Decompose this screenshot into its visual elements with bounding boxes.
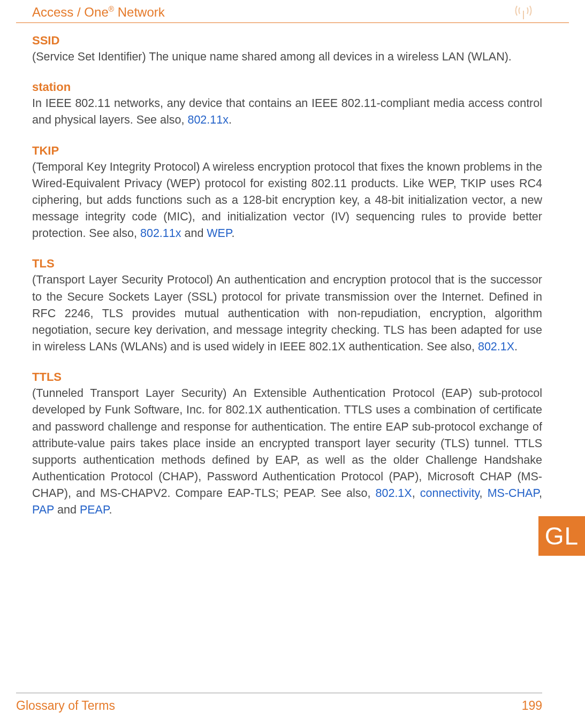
text: and: [181, 227, 207, 240]
text: .: [232, 227, 235, 240]
desc-tkip: (Temporal Key Integrity Protocol) A wire…: [32, 159, 542, 242]
text: In IEEE 802.11 networks, any device that…: [32, 97, 542, 126]
section-tab: GL: [538, 516, 585, 556]
link-peap[interactable]: PEAP: [80, 503, 109, 516]
desc-ssid: (Service Set Identifier) The unique name…: [32, 49, 542, 65]
desc-ttls: (Tunneled Transport Layer Security) An E…: [32, 385, 542, 518]
link-80211x[interactable]: 802.11x: [140, 227, 181, 240]
header-title: Access / One® Network: [32, 5, 165, 20]
page-footer: Glossary of Terms 199: [16, 693, 542, 713]
antenna-icon: [510, 4, 537, 20]
text: (Transport Layer Security Protocol) An a…: [32, 273, 542, 353]
term-ttls: TTLS: [32, 370, 542, 384]
term-ssid: SSID: [32, 34, 542, 48]
link-wep[interactable]: WEP: [207, 227, 231, 240]
text: and: [54, 503, 80, 516]
link-pap[interactable]: PAP: [32, 503, 54, 516]
text: (Tunneled Transport Layer Security) An E…: [32, 387, 542, 500]
content-area: SSID (Service Set Identifier) The unique…: [0, 23, 585, 519]
link-8021x[interactable]: 802.1X: [478, 340, 514, 353]
link-80211x[interactable]: 802.11x: [187, 113, 229, 126]
term-tkip: TKIP: [32, 144, 542, 158]
link-mschap[interactable]: MS-CHAP: [488, 487, 539, 500]
header-title-post: Network: [114, 5, 165, 19]
link-connectivity[interactable]: connectivity: [420, 487, 480, 500]
text: ,: [539, 487, 542, 500]
desc-station: In IEEE 802.11 networks, any device that…: [32, 95, 542, 128]
text: ,: [480, 487, 488, 500]
text: .: [514, 340, 518, 353]
term-station: station: [32, 80, 542, 94]
page-header: Access / One® Network: [16, 0, 569, 23]
header-title-pre: Access / One: [32, 5, 109, 19]
page-number: 199: [522, 699, 542, 713]
term-tls: TLS: [32, 257, 542, 271]
registered-symbol: ®: [109, 5, 114, 13]
text: (Temporal Key Integrity Protocol) A wire…: [32, 160, 542, 240]
desc-tls: (Transport Layer Security Protocol) An a…: [32, 272, 542, 355]
text: ,: [412, 487, 420, 500]
link-8021x[interactable]: 802.1X: [376, 487, 412, 500]
text: (Service Set Identifier) The unique name…: [32, 50, 512, 63]
text: .: [229, 113, 232, 126]
footer-title: Glossary of Terms: [16, 699, 115, 713]
text: .: [109, 503, 112, 516]
